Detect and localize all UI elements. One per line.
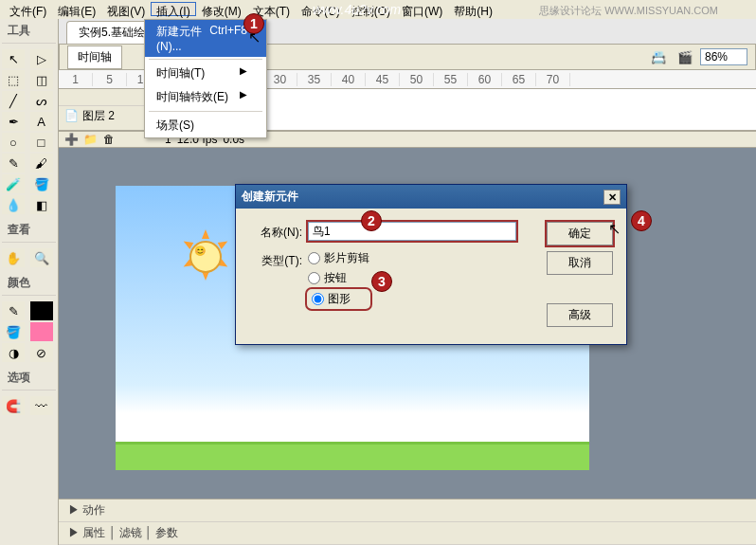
symbol-name-input[interactable]: [308, 222, 516, 241]
add-guide-icon[interactable]: 📁: [83, 133, 97, 146]
actions-panel-header[interactable]: ▶ 动作: [59, 500, 756, 522]
layer-type-icon: 📄: [64, 109, 79, 122]
free-transform-icon[interactable]: ⬚: [2, 70, 25, 89]
fill-color-icon[interactable]: 🪣: [2, 322, 25, 341]
menu-modify[interactable]: 修改(M): [196, 2, 247, 16]
watermark-forum: 思缘设计论坛 WWW.MISSYUAN.COM: [539, 4, 718, 18]
grass-graphic: [116, 442, 589, 470]
scene-icon[interactable]: 📇: [647, 47, 670, 66]
menu-scene[interactable]: 场景(S): [145, 114, 266, 137]
sun-graphic[interactable]: 😊: [182, 233, 229, 281]
advanced-button[interactable]: 高级: [547, 303, 613, 327]
ruler-tick: 40: [332, 73, 366, 86]
line-tool-icon[interactable]: ╱: [2, 91, 25, 110]
subselection-tool-icon[interactable]: ▷: [30, 49, 53, 68]
ruler-tick: 50: [400, 73, 434, 86]
cursor-icon-2: ↖: [608, 220, 621, 238]
menu-window[interactable]: 窗口(W): [396, 2, 448, 16]
create-symbol-dialog: 创建新元件 ✕ 名称(N): 类型(T): 影片剪辑 按钮 图形 确定 取消 高…: [235, 184, 627, 345]
options-label: 选项: [2, 368, 56, 391]
view-label: 查看: [2, 220, 56, 243]
menu-timeline[interactable]: 时间轴(T)▶: [145, 62, 266, 85]
callout-4: 4: [631, 210, 652, 231]
type-graphic-radio[interactable]: 图形: [308, 290, 369, 308]
menu-file[interactable]: 文件(F): [4, 2, 52, 16]
oval-tool-icon[interactable]: ○: [2, 133, 25, 152]
dialog-titlebar[interactable]: 创建新元件 ✕: [236, 185, 626, 209]
layer-name: 图层 2: [82, 108, 115, 124]
hand-tool-icon[interactable]: ✋: [2, 248, 25, 267]
zoom-tool-icon[interactable]: 🔍: [30, 248, 53, 267]
type-button-radio[interactable]: 按钮: [308, 270, 369, 286]
add-layer-icon[interactable]: ➕: [64, 133, 78, 146]
ruler-tick: 35: [297, 73, 332, 86]
eyedropper-icon[interactable]: 💧: [2, 195, 25, 214]
pen-tool-icon[interactable]: ✒: [2, 112, 25, 131]
menu-view[interactable]: 视图(V): [101, 2, 151, 16]
dialog-title-text: 创建新元件: [242, 189, 298, 205]
ruler-tick: 70: [536, 73, 570, 86]
cursor-icon: ↖: [248, 28, 261, 46]
ruler-tick: 30: [263, 73, 297, 86]
delete-layer-icon[interactable]: 🗑: [102, 133, 116, 146]
menu-edit[interactable]: 编辑(E): [52, 2, 101, 16]
ruler-tick: 60: [468, 73, 502, 86]
type-label: 类型(T):: [249, 250, 302, 269]
menu-insert[interactable]: 插入(I): [151, 2, 195, 16]
timeline-toggle-button[interactable]: 时间轴: [67, 45, 122, 69]
smooth-icon[interactable]: 〰: [30, 396, 53, 415]
tools-sidebar: 工具 ↖ ▷ ⬚ ◫ ╱ ᔕ ✒ A ○ □ ✎ 🖌 🧪 🪣 💧 ◧ 查看: [0, 19, 59, 545]
ruler-tick: 65: [502, 73, 536, 86]
menu-timeline-effects[interactable]: 时间轴特效(E)▶: [145, 85, 266, 109]
pencil-tool-icon[interactable]: ✎: [2, 154, 25, 173]
type-movieclip-radio[interactable]: 影片剪辑: [308, 250, 369, 266]
brush-tool-icon[interactable]: 🖌: [30, 154, 53, 173]
zoom-input[interactable]: [700, 48, 747, 65]
ruler-tick: 1: [59, 73, 93, 86]
name-label: 名称(N):: [249, 222, 302, 241]
stroke-swatch[interactable]: [30, 301, 53, 320]
fill-swatch[interactable]: [30, 322, 53, 341]
ruler-tick: 55: [434, 73, 468, 86]
colors-label: 颜色: [2, 273, 56, 296]
ruler-tick: 5: [93, 73, 127, 86]
no-color-icon[interactable]: ⊘: [30, 343, 53, 362]
paint-bucket-icon[interactable]: 🪣: [30, 174, 53, 193]
tool-grid: ↖ ▷ ⬚ ◫ ╱ ᔕ ✒ A ○ □ ✎ 🖌 🧪 🪣 💧 ◧: [2, 49, 56, 214]
eraser-tool-icon[interactable]: ◧: [30, 195, 53, 214]
frames-area[interactable]: [220, 89, 756, 130]
bottom-panels: ▶ 动作 ▶ 属性 │ 滤镜 │ 参数: [59, 499, 756, 545]
symbol-icon[interactable]: 🎬: [674, 47, 696, 66]
ruler-tick: 45: [366, 73, 400, 86]
stroke-color-icon[interactable]: ✎: [2, 301, 25, 320]
ink-bottle-icon[interactable]: 🧪: [2, 174, 25, 193]
gradient-transform-icon[interactable]: ◫: [30, 70, 53, 89]
rectangle-tool-icon[interactable]: □: [30, 133, 53, 152]
watermark-text: www.4u2v.com: [313, 2, 401, 17]
tools-label: 工具: [2, 21, 56, 44]
properties-panel-header[interactable]: ▶ 属性 │ 滤镜 │ 参数: [59, 522, 756, 545]
ok-button[interactable]: 确定: [547, 222, 613, 245]
callout-2: 2: [361, 210, 382, 231]
dialog-close-button[interactable]: ✕: [603, 190, 621, 205]
menu-help[interactable]: 帮助(H): [448, 2, 498, 16]
bw-swap-icon[interactable]: ◑: [2, 343, 25, 362]
snap-icon[interactable]: 🧲: [2, 396, 25, 415]
selection-tool-icon[interactable]: ↖: [2, 49, 25, 68]
cancel-button[interactable]: 取消: [547, 251, 613, 275]
lasso-tool-icon[interactable]: ᔕ: [30, 91, 53, 110]
text-tool-icon[interactable]: A: [30, 112, 53, 131]
callout-3: 3: [371, 271, 392, 292]
